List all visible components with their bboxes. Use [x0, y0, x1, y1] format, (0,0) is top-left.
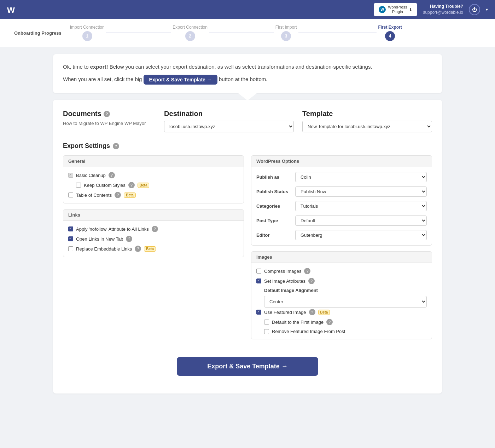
replace-embeddable-beta: Beta: [144, 246, 156, 252]
export-save-template-inline-button[interactable]: Export & Save Template →: [144, 75, 217, 85]
replace-embeddable-checkbox[interactable]: [68, 246, 73, 251]
open-new-tab-label: Open Links in New Tab: [76, 236, 123, 242]
basic-cleanup-label: Basic Cleanup: [76, 173, 106, 178]
images-header: Images: [251, 252, 432, 263]
export-save-template-button[interactable]: Export & Save Template →: [177, 357, 318, 376]
step-line-1: [106, 33, 171, 33]
left-settings-column: General Basic Cleanup ? Keep Custom Styl…: [63, 155, 244, 339]
table-of-contents-help-icon[interactable]: ?: [115, 192, 121, 198]
general-header: General: [63, 156, 244, 167]
info-text-1: Ok, time to export! Below you can select…: [63, 63, 432, 71]
editor-row: Editor Gutenberg: [256, 230, 427, 240]
publish-as-select[interactable]: Colin: [295, 172, 427, 182]
open-new-tab-checkbox[interactable]: [68, 236, 73, 241]
documents-title: Documents ?: [63, 110, 156, 118]
table-of-contents-label: Table of Contents: [76, 193, 112, 198]
step-line-3: [298, 33, 377, 33]
bottom-bar: Export & Save Template →: [63, 350, 432, 386]
default-first-checkbox[interactable]: [264, 320, 269, 324]
export-panel: Documents ? How to Migrate to WP Engine …: [53, 100, 442, 394]
progress-step-1: Import Connection 1: [70, 25, 173, 41]
export-settings-help-icon[interactable]: ?: [113, 143, 119, 149]
publish-status-row: Publish Status Publish Now: [256, 186, 427, 197]
chevron-down-icon[interactable]: ▾: [486, 7, 488, 12]
compress-images-help-icon[interactable]: ?: [304, 268, 310, 274]
basic-cleanup-checkbox[interactable]: [68, 173, 73, 178]
replace-embeddable-help-icon[interactable]: ?: [135, 246, 141, 252]
nofollow-checkbox[interactable]: [68, 226, 73, 231]
documents-help-icon[interactable]: ?: [104, 111, 110, 117]
categories-select[interactable]: Tutorials: [295, 201, 427, 211]
onboarding-progress: Onboarding Progress Import Connection 1 …: [0, 19, 495, 47]
destination-section: Destination losobi.us5.instawp.xyz: [164, 110, 294, 132]
progress-step-3: First Import 3: [275, 25, 378, 41]
images-body: Compress Images ? Set Image Attributes ?…: [251, 263, 432, 339]
use-featured-label: Use Featured Image: [264, 310, 306, 315]
set-image-attrs-row: Set Image Attributes ?: [256, 278, 427, 284]
default-first-row: Default to the First Image ?: [264, 319, 427, 325]
alignment-group: Default Image Alignment Center: [264, 288, 427, 309]
open-new-tab-row: Open Links in New Tab ?: [68, 236, 239, 242]
destination-select[interactable]: losobi.us5.instawp.xyz: [164, 121, 294, 132]
alignment-select[interactable]: Center: [264, 296, 427, 308]
power-button[interactable]: ⏻: [469, 4, 480, 15]
step-4-label: First Export: [378, 25, 402, 30]
template-select[interactable]: New Template for losobi.us5.instawp.xyz: [302, 121, 432, 132]
set-image-attrs-help-icon[interactable]: ?: [308, 278, 315, 284]
wordpress-options-section: WordPress Options Publish as Colin Publi…: [251, 155, 432, 246]
settings-grid: General Basic Cleanup ? Keep Custom Styl…: [63, 155, 432, 339]
basic-cleanup-row: Basic Cleanup ?: [68, 172, 239, 178]
links-header: Links: [63, 209, 244, 221]
remove-featured-checkbox[interactable]: [264, 329, 269, 334]
wordpress-icon: W: [379, 6, 386, 13]
step-line-2: [209, 33, 274, 33]
post-type-select[interactable]: Default: [295, 216, 427, 226]
table-of-contents-row: Table of Contents ? Beta: [68, 192, 239, 198]
step-4-circle: 4: [385, 31, 395, 41]
table-of-contents-checkbox[interactable]: [68, 193, 73, 197]
nofollow-help-icon[interactable]: ?: [152, 226, 158, 232]
right-settings-column: WordPress Options Publish as Colin Publi…: [251, 155, 432, 339]
destination-title: Destination: [164, 110, 294, 118]
main-content: Ok, time to export! Below you can select…: [46, 47, 449, 401]
basic-cleanup-help-icon[interactable]: ?: [109, 172, 115, 178]
nofollow-row: Apply 'nofollow' Attribute to All Links …: [68, 226, 239, 232]
use-featured-beta: Beta: [318, 310, 330, 315]
compress-images-row: Compress Images ?: [256, 268, 427, 274]
post-type-label: Post Type: [256, 218, 292, 223]
progress-step-4: First Export 4: [378, 25, 481, 41]
publish-status-select[interactable]: Publish Now: [295, 186, 427, 197]
set-image-attrs-checkbox[interactable]: [256, 278, 261, 283]
keep-custom-styles-label: Keep Custom Styles: [84, 183, 126, 188]
editor-select[interactable]: Gutenberg: [295, 230, 427, 240]
default-first-label: Default to the First Image: [272, 320, 324, 325]
use-featured-checkbox[interactable]: [256, 310, 261, 315]
table-of-contents-beta: Beta: [124, 193, 136, 198]
keep-custom-styles-help-icon[interactable]: ?: [128, 182, 135, 188]
default-first-help-icon[interactable]: ?: [326, 319, 333, 325]
compress-images-label: Compress Images: [264, 269, 301, 274]
step-2-label: Export Connection: [173, 25, 208, 30]
use-featured-row: Use Featured Image ? Beta: [256, 309, 427, 315]
keep-custom-styles-checkbox[interactable]: [76, 183, 81, 188]
wp-plugin-button[interactable]: W WordPressPlugin ⬇: [374, 3, 417, 16]
open-new-tab-help-icon[interactable]: ?: [126, 236, 132, 242]
general-body: Basic Cleanup ? Keep Custom Styles ? Bet…: [63, 167, 244, 203]
publish-status-label: Publish Status: [256, 189, 292, 194]
document-name: How to Migrate to WP Engine WP Mayor: [63, 121, 156, 126]
compress-images-checkbox[interactable]: [256, 269, 261, 274]
progress-step-2: Export Connection 2: [173, 25, 275, 41]
step-2-circle: 2: [185, 31, 195, 41]
step-3-circle: 3: [281, 31, 291, 41]
use-featured-help-icon[interactable]: ?: [309, 309, 315, 315]
step-3-label: First Import: [275, 25, 297, 30]
info-box: Ok, time to export! Below you can select…: [53, 54, 442, 93]
remove-featured-row: Remove Featured Image From Post: [264, 329, 427, 334]
documents-section: Documents ? How to Migrate to WP Engine …: [63, 110, 156, 126]
editor-label: Editor: [256, 232, 292, 238]
alignment-label: Default Image Alignment: [264, 288, 427, 293]
links-section: Links Apply 'nofollow' Attribute to All …: [63, 209, 244, 257]
categories-row: Categories Tutorials: [256, 201, 427, 211]
triangle-pointer: [53, 93, 442, 100]
wordpress-options-header: WordPress Options: [251, 156, 432, 167]
